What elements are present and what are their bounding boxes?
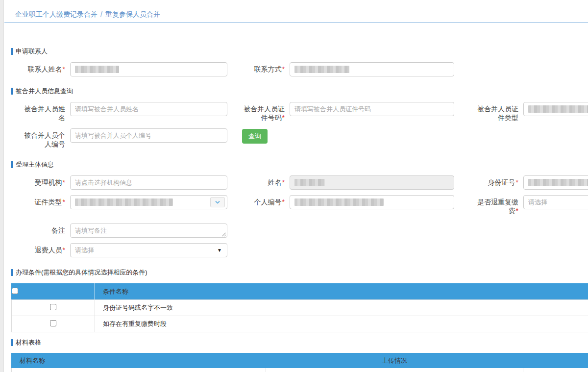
breadcrumb-root-link[interactable]: 企业职工个人缴费记录合并: [15, 10, 98, 18]
section-title-text: 办理条件(需根据您的具体情况选择相应的条件): [16, 268, 147, 277]
redacted-value: [528, 179, 588, 186]
breadcrumb: 企业职工个人缴费记录合并/重复参保人员合并: [4, 0, 588, 23]
id-no-label: 身份证号*: [471, 175, 518, 187]
section-title-acceptance: 受理主体信息: [11, 160, 588, 169]
merged-name-input[interactable]: [70, 102, 227, 116]
section-title-text: 材料表格: [16, 338, 41, 347]
remark-label: 备注: [18, 223, 65, 235]
conditions-table: 条件名称 身份证号码或名字不一致 如存在有重复缴费时段: [11, 283, 588, 332]
merged-cert-no-input[interactable]: [290, 102, 454, 116]
section-title-conditions: 办理条件(需根据您的具体情况选择相应的条件): [11, 268, 588, 277]
query-button[interactable]: 查询: [242, 129, 268, 144]
refund-dup-label: 是否退重复缴费*: [471, 195, 518, 215]
merged-cert-no-input-el[interactable]: [294, 105, 449, 113]
merged-personal-no-input[interactable]: [70, 128, 227, 143]
materials-table: 材料名称 上传情况 参保人身份证或社会保障卡原件 暂无文件上传 材料上传: [11, 353, 588, 372]
name-label: 姓名*: [238, 175, 285, 187]
materials-header-row: 材料名称 上传情况: [12, 353, 588, 368]
breadcrumb-current-link[interactable]: 重复参保人员合并: [105, 10, 160, 18]
merged-name-label: 被合并人员姓名: [18, 102, 65, 122]
dropdown-arrow-icon: ▼: [217, 248, 222, 253]
refund-person-label: 退费人员*: [18, 243, 65, 254]
refund-dup-select[interactable]: 请选择: [523, 195, 588, 209]
breadcrumb-separator: /: [100, 10, 102, 18]
material-name: 参保人身份证或社会保障卡原件: [12, 368, 266, 372]
page-left-gutter: [0, 0, 4, 372]
materials-status-header: 上传情况: [266, 353, 523, 368]
material-action-cell: 材料上传: [523, 368, 588, 372]
cert-type-select[interactable]: [70, 195, 227, 209]
chevron-down-icon[interactable]: [210, 197, 225, 207]
condition-checkbox[interactable]: [50, 320, 56, 326]
remark-textarea[interactable]: [70, 223, 227, 238]
personal-no-label: 个人编号*: [238, 195, 285, 206]
redacted-value: [294, 66, 349, 73]
merged-cert-no-label: 被合并人员证件号码*: [238, 102, 285, 122]
section-title-text: 被合并人员信息查询: [16, 87, 73, 96]
name-field: [290, 175, 454, 190]
cert-type-label: 证件类型*: [18, 195, 65, 206]
section-title-applicant: 申请联系人: [11, 47, 588, 56]
condition-row: 身份证号码或名字不一致: [12, 300, 588, 316]
conditions-header-row: 条件名称: [12, 284, 588, 300]
redacted-value: [294, 198, 384, 206]
accept-org-input[interactable]: [70, 175, 227, 190]
personal-no-field[interactable]: [290, 195, 454, 209]
condition-name: 如存在有重复缴费时段: [95, 316, 588, 332]
redacted-value: [294, 179, 325, 186]
section-title-text: 受理主体信息: [16, 160, 54, 169]
refund-person-select[interactable]: 请选择 ▼: [70, 243, 227, 257]
contact-method-label: 联系方式*: [238, 62, 285, 74]
merged-name-input-el[interactable]: [75, 105, 222, 113]
select-placeholder: 请选择: [528, 198, 547, 207]
condition-row: 如存在有重复缴费时段: [12, 316, 588, 332]
section-bar-icon: [11, 161, 13, 168]
section-title-text: 申请联系人: [16, 47, 48, 56]
conditions-name-header: 条件名称: [95, 284, 588, 300]
material-upload-status: 暂无文件上传: [266, 368, 523, 372]
section-title-materials: 材料表格: [11, 338, 588, 347]
merged-cert-type-field[interactable]: [523, 102, 588, 116]
merged-cert-type-label: 被合并人员证件类型: [471, 102, 518, 122]
section-title-merged-query: 被合并人员信息查询: [11, 87, 588, 96]
contact-name-field[interactable]: [70, 62, 227, 76]
id-no-field[interactable]: [523, 175, 588, 190]
section-bar-icon: [11, 88, 13, 95]
redacted-value: [528, 105, 588, 113]
select-placeholder: 请选择: [75, 246, 94, 255]
remark-textarea-el[interactable]: [75, 227, 222, 234]
section-bar-icon: [11, 269, 13, 276]
resize-handle-icon[interactable]: [221, 232, 226, 236]
section-bar-icon: [11, 339, 13, 346]
redacted-value: [75, 66, 119, 73]
materials-name-header: 材料名称: [12, 353, 266, 368]
materials-action-header: [523, 353, 588, 368]
condition-checkbox-cell: [12, 316, 95, 332]
accept-org-input-el[interactable]: [75, 179, 222, 186]
condition-name: 身份证号码或名字不一致: [95, 300, 588, 316]
select-all-checkbox[interactable]: [12, 288, 18, 294]
conditions-select-all-cell: [12, 284, 95, 300]
section-bar-icon: [11, 48, 13, 55]
contact-method-field[interactable]: [290, 62, 454, 76]
condition-checkbox-cell: [12, 300, 95, 316]
merged-personal-no-input-el[interactable]: [75, 132, 222, 139]
accept-org-label: 受理机构*: [18, 175, 65, 187]
contact-name-label: 联系人姓名*: [18, 62, 65, 74]
material-row: 参保人身份证或社会保障卡原件 暂无文件上传 材料上传: [12, 368, 588, 372]
redacted-value: [75, 198, 173, 206]
merged-personal-no-label: 被合并人员个人编号: [18, 128, 65, 149]
condition-checkbox[interactable]: [50, 304, 56, 310]
